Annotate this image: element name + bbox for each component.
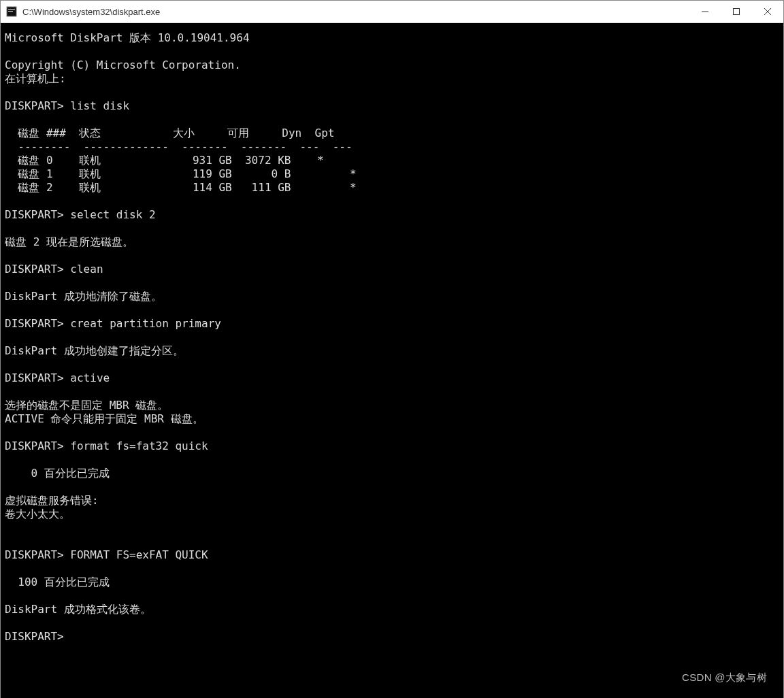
prompt: DISKPART>	[5, 99, 64, 112]
prompt: DISKPART>	[5, 263, 64, 276]
cmd-select-disk: select disk 2	[70, 208, 155, 221]
svg-rect-1	[8, 9, 15, 10]
cmd-list-disk: list disk	[70, 99, 129, 112]
disk-table-header: 磁盘 ### 状态 大小 可用 Dyn Gpt	[5, 127, 334, 139]
app-window: C:\Windows\system32\diskpart.exe Microso…	[0, 0, 784, 698]
watermark: CSDN @大象与树	[682, 671, 767, 684]
prompt: DISKPART>	[5, 317, 64, 330]
titlebar[interactable]: C:\Windows\system32\diskpart.exe	[1, 1, 783, 23]
msg-create: DiskPart 成功地创建了指定分区。	[5, 344, 184, 357]
line-on-computer: 在计算机上:	[5, 72, 72, 85]
disk-row-2: 磁盘 2 联机 114 GB 111 GB *	[5, 181, 357, 194]
window-title: C:\Windows\system32\diskpart.exe	[22, 7, 160, 17]
titlebar-left: C:\Windows\system32\diskpart.exe	[1, 6, 160, 17]
svg-rect-4	[734, 9, 740, 15]
cmd-format-exfat: FORMAT FS=exFAT QUICK	[70, 548, 208, 561]
cmd-create-partition: creat partition primary	[70, 317, 221, 330]
app-icon	[6, 6, 17, 17]
disk-row-1: 磁盘 1 联机 119 GB 0 B *	[5, 167, 357, 180]
msg-selected: 磁盘 2 现在是所选磁盘。	[5, 235, 133, 248]
titlebar-controls	[689, 1, 783, 22]
progress-0: 0 百分比已完成	[5, 467, 110, 480]
maximize-button[interactable]	[721, 1, 752, 22]
msg-clean: DiskPart 成功地清除了磁盘。	[5, 290, 162, 303]
disk-row-0: 磁盘 0 联机 931 GB 3072 KB *	[5, 154, 324, 167]
line-copyright: Copyright (C) Microsoft Corporation.	[5, 59, 241, 71]
prompt: DISKPART>	[5, 208, 64, 221]
minimize-button[interactable]	[689, 1, 721, 22]
cmd-format-fat32: format fs=fat32 quick	[70, 439, 208, 452]
msg-active-error-2: ACTIVE 命令只能用于固定 MBR 磁盘。	[5, 412, 203, 425]
msg-active-error-1: 选择的磁盘不是固定 MBR 磁盘。	[5, 399, 168, 412]
disk-table-divider: -------- ------------- ------- ------- -…	[5, 140, 353, 153]
prompt: DISKPART>	[5, 630, 64, 643]
line-version: Microsoft DiskPart 版本 10.0.19041.964	[5, 31, 250, 44]
close-button[interactable]	[752, 1, 783, 22]
svg-rect-2	[8, 11, 13, 12]
msg-format-ok: DiskPart 成功格式化该卷。	[5, 603, 151, 616]
prompt: DISKPART>	[5, 371, 64, 384]
cmd-active: active	[70, 371, 110, 384]
svg-rect-3	[702, 12, 708, 12]
prompt: DISKPART>	[5, 439, 64, 452]
progress-100: 100 百分比已完成	[5, 576, 110, 588]
prompt: DISKPART>	[5, 548, 64, 561]
cmd-clean: clean	[70, 263, 103, 276]
msg-vds-error-1: 虚拟磁盘服务错误:	[5, 494, 99, 507]
msg-vds-error-2: 卷大小太大。	[5, 508, 70, 520]
terminal-area[interactable]: Microsoft DiskPart 版本 10.0.19041.964 Cop…	[1, 23, 783, 698]
